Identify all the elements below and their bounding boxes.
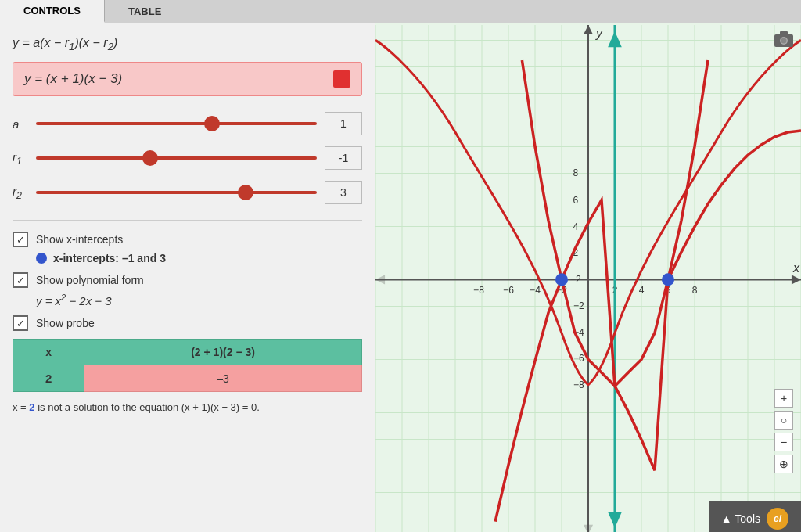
- probe-table-col2-header: (2 + 1)(2 − 3): [84, 340, 362, 365]
- svg-text:4: 4: [573, 221, 579, 232]
- x-intercept-right: [662, 273, 674, 286]
- tools-bar[interactable]: ▲ Tools el: [709, 501, 801, 532]
- show-polynomial-label: Show polynomial form: [36, 274, 144, 286]
- svg-text:8: 8: [573, 167, 579, 178]
- show-x-intercepts-label: Show x-intercepts: [36, 233, 123, 246]
- svg-text:−6: −6: [503, 285, 514, 296]
- slider-a-row: a 1: [13, 112, 362, 135]
- show-probe-checkbox[interactable]: [13, 315, 28, 331]
- slider-r2-row: r2 3: [13, 181, 362, 204]
- slider-section: a 1 r1 -1 r2: [13, 112, 362, 204]
- zoom-fit-button[interactable]: ○: [774, 411, 793, 430]
- slider-r1-row: r1 -1: [13, 146, 362, 170]
- svg-text:6: 6: [573, 195, 579, 206]
- x-intercept-left: [555, 273, 568, 286]
- slider-a-value: 1: [325, 112, 362, 135]
- tools-label: ▲ Tools: [721, 512, 760, 525]
- intercept-info: x-intercepts: –1 and 3: [36, 252, 362, 264]
- tab-controls[interactable]: CONTROLS: [0, 0, 105, 23]
- equation-color-swatch: [333, 70, 350, 88]
- svg-text:−4: −4: [530, 285, 541, 296]
- slider-a-label: a: [13, 117, 36, 131]
- probe-table-col1-header: x: [13, 340, 84, 365]
- svg-point-66: [781, 38, 787, 44]
- current-equation-text: y = (x + 1)(x − 3): [24, 71, 122, 87]
- svg-text:8: 8: [692, 285, 698, 296]
- tab-table[interactable]: TABLE: [105, 0, 185, 23]
- probe-section: x (2 + 1)(2 − 3) 2 –3 x = 2 is not a sol…: [13, 339, 362, 415]
- right-panel: x y −8 −6 −4 −2 2 4 6 8 −2 2 4 6 8 −2 −4…: [375, 23, 801, 532]
- slider-r1-track[interactable]: [36, 150, 317, 166]
- show-polynomial-row: Show polynomial form: [13, 272, 362, 288]
- show-probe-row: Show probe: [13, 315, 362, 331]
- slider-a-track-fill: [36, 122, 317, 125]
- slider-r2-track[interactable]: [36, 185, 317, 200]
- intercept-text: x-intercepts: –1 and 3: [53, 252, 166, 264]
- tools-icon: el: [767, 508, 788, 530]
- slider-r2-value: 3: [325, 181, 362, 204]
- svg-text:−2: −2: [573, 300, 584, 311]
- left-panel: y = a(x − r1)(x − r2) y = (x + 1)(x − 3)…: [0, 23, 375, 532]
- checkbox-section: Show x-intercepts x-intercepts: –1 and 3…: [13, 220, 362, 415]
- svg-text:−6: −6: [573, 353, 584, 364]
- equation-display: y = (x + 1)(x − 3): [13, 62, 362, 96]
- probe-table-col1-value: 2: [13, 365, 84, 392]
- slider-r1-label: r1: [13, 150, 36, 167]
- zoom-move-button[interactable]: ⊕: [774, 455, 793, 473]
- svg-rect-67: [780, 31, 788, 35]
- svg-text:4: 4: [639, 285, 645, 296]
- slider-r1-value: -1: [325, 146, 362, 170]
- show-x-intercepts-row: Show x-intercepts: [13, 232, 362, 247]
- show-probe-label: Show probe: [36, 317, 95, 329]
- main-content: y = a(x − r1)(x − r2) y = (x + 1)(x − 3)…: [0, 23, 801, 532]
- graph-svg: x y −8 −6 −4 −2 2 4 6 8 −2 2 4 6 8 −2 −4…: [375, 23, 801, 532]
- zoom-plus-button[interactable]: +: [774, 389, 793, 408]
- slider-r2-label: r2: [13, 185, 36, 201]
- slider-a-track[interactable]: [36, 116, 317, 131]
- probe-table-col2-value: –3: [84, 365, 362, 392]
- camera-button[interactable]: [773, 30, 795, 52]
- zoom-controls: + ○ − ⊕: [774, 389, 793, 473]
- svg-text:y: y: [595, 26, 603, 40]
- svg-text:−2: −2: [570, 274, 581, 285]
- show-x-intercepts-checkbox[interactable]: [13, 232, 28, 247]
- svg-text:−8: −8: [473, 285, 484, 296]
- svg-text:−8: −8: [573, 379, 584, 390]
- slider-r1-track-fill: [36, 156, 317, 160]
- equation-header: y = a(x − r1)(x − r2): [13, 36, 362, 52]
- probe-explanation: x = 2 is not a solution to the equation …: [13, 400, 362, 415]
- probe-highlight: 2: [29, 401, 34, 413]
- slider-r2-track-fill: [36, 191, 317, 194]
- probe-table: x (2 + 1)(2 − 3) 2 –3: [13, 339, 362, 392]
- slider-a-thumb[interactable]: [204, 116, 220, 131]
- intercept-blue-dot: [36, 253, 47, 264]
- slider-r2-thumb[interactable]: [238, 185, 253, 200]
- polynomial-form-text: y = x2 − 2x − 3: [36, 293, 362, 307]
- zoom-minus-button[interactable]: −: [774, 433, 793, 451]
- slider-r1-thumb[interactable]: [142, 150, 158, 166]
- show-polynomial-checkbox[interactable]: [13, 272, 28, 288]
- tab-bar: CONTROLS TABLE: [0, 0, 801, 23]
- svg-text:x: x: [792, 261, 800, 275]
